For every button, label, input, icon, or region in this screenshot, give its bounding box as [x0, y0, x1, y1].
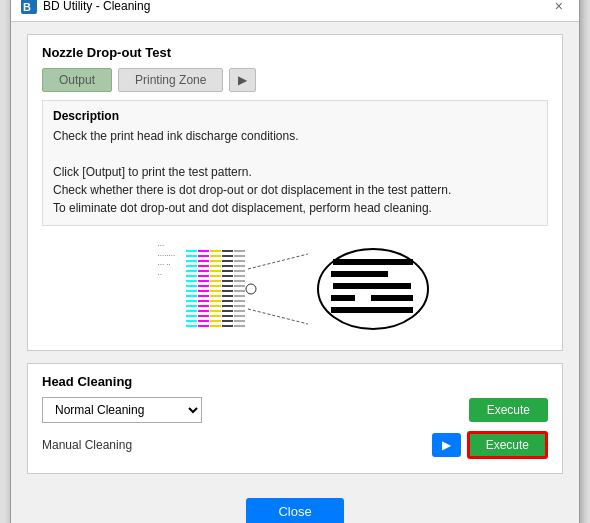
execute-manual-button[interactable]: Execute: [467, 431, 548, 459]
manual-play-button[interactable]: ▶: [432, 433, 461, 457]
cleaning-type-dropdown[interactable]: Normal Cleaning Deep Cleaning: [42, 397, 202, 423]
close-button[interactable]: Close: [246, 498, 343, 523]
manual-cleaning-label: Manual Cleaning: [42, 438, 162, 452]
svg-rect-5: [198, 249, 209, 329]
manual-cleaning-row: Manual Cleaning ▶ Execute: [42, 431, 548, 459]
test-pattern-area: ··· ········ ··· ·· ··: [42, 236, 548, 336]
svg-rect-9: [222, 249, 233, 329]
color-stripes: [186, 249, 245, 329]
main-window: B BD Utility - Cleaning × Nozzle Drop-ou…: [10, 0, 580, 523]
description-text: Check the print head ink discharge condi…: [53, 127, 537, 217]
desc-line4: Check whether there is dot drop-out or d…: [53, 183, 451, 197]
title-bar-left: B BD Utility - Cleaning: [21, 0, 150, 14]
close-window-button[interactable]: ×: [549, 0, 569, 15]
pattern-label: ··· ········ ··· ·· ··: [158, 241, 176, 279]
nozzle-controls: Output Printing Zone ▶: [42, 68, 548, 92]
printing-zone-button[interactable]: Printing Zone: [118, 68, 223, 92]
output-button[interactable]: Output: [42, 68, 112, 92]
nozzle-section: Nozzle Drop-out Test Output Printing Zon…: [27, 34, 563, 351]
execute-normal-button[interactable]: Execute: [469, 398, 548, 422]
svg-point-14: [246, 284, 256, 294]
svg-rect-3: [186, 249, 197, 329]
svg-rect-7: [210, 249, 221, 329]
window-title: BD Utility - Cleaning: [43, 0, 150, 13]
cyan-stripe: [186, 249, 197, 329]
svg-text:B: B: [23, 1, 31, 13]
yellow-stripe: [210, 249, 221, 329]
connector-lines: [243, 249, 313, 329]
description-box: Description Check the print head ink dis…: [42, 100, 548, 226]
black-stripe: [222, 249, 233, 329]
svg-line-12: [248, 254, 308, 269]
desc-line1: Check the print head ink discharge condi…: [53, 129, 298, 143]
head-cleaning-section: Head Cleaning Normal Cleaning Deep Clean…: [27, 363, 563, 474]
app-icon: B: [21, 0, 37, 14]
nozzle-section-title: Nozzle Drop-out Test: [42, 45, 548, 60]
normal-cleaning-row: Normal Cleaning Deep Cleaning Execute: [42, 397, 548, 423]
magenta-stripe: [198, 249, 209, 329]
arrow-button[interactable]: ▶: [229, 68, 256, 92]
title-bar: B BD Utility - Cleaning ×: [11, 0, 579, 22]
desc-line5: To eliminate dot drop-out and dot displa…: [53, 201, 432, 215]
desc-line3: Click [Output] to print the test pattern…: [53, 165, 252, 179]
magnified-oval: [313, 244, 433, 334]
svg-line-13: [248, 309, 308, 324]
description-title: Description: [53, 109, 537, 123]
window-content: Nozzle Drop-out Test Output Printing Zon…: [11, 22, 579, 486]
footer: Close: [11, 486, 579, 523]
head-cleaning-title: Head Cleaning: [42, 374, 548, 389]
